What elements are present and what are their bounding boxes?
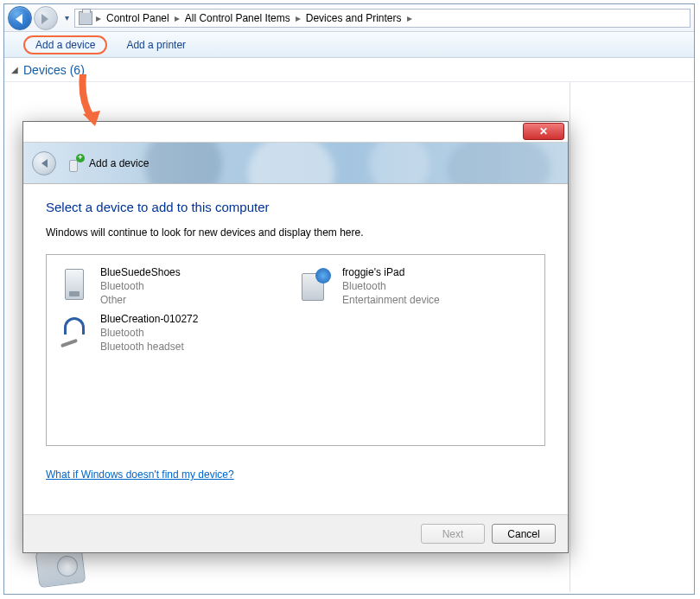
- device-item-bluesuedeshoes[interactable]: BlueSuedeShoes Bluetooth Other: [54, 262, 296, 309]
- address-bar: ▾ ▸ Control Panel ▸ All Control Panel It…: [4, 4, 694, 32]
- dialog-banner: + Add a device: [23, 143, 568, 184]
- right-pane: [570, 82, 694, 592]
- forward-button[interactable]: [34, 6, 58, 30]
- crumb-devices-printers[interactable]: Devices and Printers: [301, 12, 407, 24]
- breadcrumb[interactable]: ▸ Control Panel ▸ All Control Panel Item…: [74, 9, 690, 28]
- device-category: Entertainment device: [342, 293, 440, 307]
- crumb-all-items[interactable]: All Control Panel Items: [180, 12, 296, 24]
- dialog-back-button[interactable]: [32, 151, 56, 175]
- dialog-heading: Select a device to add to this computer: [46, 200, 545, 214]
- category-count: (6): [70, 63, 85, 77]
- device-list: BlueSuedeShoes Bluetooth Other froggie's…: [46, 254, 545, 446]
- add-a-printer-toolbar[interactable]: Add a printer: [126, 39, 186, 51]
- category-label: Devices: [23, 63, 67, 77]
- help-link[interactable]: What if Windows doesn't find my device?: [46, 468, 234, 481]
- next-button[interactable]: Next: [421, 524, 485, 544]
- device-name: froggie's iPad: [342, 265, 440, 279]
- dialog-subtext: Windows will continue to look for new de…: [46, 226, 545, 239]
- device-type: Bluetooth: [342, 279, 440, 293]
- devices-printers-icon: [79, 11, 92, 25]
- crumb-control-panel[interactable]: Control Panel: [101, 12, 175, 24]
- collapse-icon: ◢: [11, 65, 18, 74]
- add-device-icon: +: [67, 155, 84, 172]
- device-type: Bluetooth: [100, 279, 181, 293]
- devices-category-header[interactable]: ◢ Devices (6): [4, 58, 694, 82]
- cancel-button[interactable]: Cancel: [492, 524, 556, 544]
- device-name: BlueCreation-010272: [100, 312, 198, 326]
- device-item-froggies-ipad[interactable]: froggie's iPad Bluetooth Entertainment d…: [296, 262, 538, 309]
- dialog-titlebar: ✕: [23, 122, 568, 143]
- close-button[interactable]: ✕: [523, 123, 564, 140]
- history-dropdown[interactable]: ▾: [65, 13, 69, 22]
- dialog-body: Select a device to add to this computer …: [23, 184, 568, 488]
- toolbar: Add a device Add a printer: [4, 32, 694, 58]
- add-device-dialog: ✕ + Add a device Select a device to add …: [22, 121, 569, 553]
- device-item-bluecreation[interactable]: BlueCreation-010272 Bluetooth Bluetooth …: [54, 309, 296, 355]
- media-device-icon: [299, 265, 334, 303]
- device-category: Bluetooth headset: [100, 340, 198, 354]
- device-category: Other: [100, 293, 181, 307]
- back-button[interactable]: [8, 6, 32, 30]
- device-name: BlueSuedeShoes: [100, 265, 181, 279]
- dialog-footer: Next Cancel: [23, 514, 568, 552]
- computer-icon: [57, 265, 92, 303]
- device-type: Bluetooth: [100, 326, 198, 340]
- add-a-device-toolbar[interactable]: Add a device: [23, 35, 107, 54]
- dialog-title: Add a device: [89, 157, 149, 169]
- headset-icon: [57, 312, 92, 350]
